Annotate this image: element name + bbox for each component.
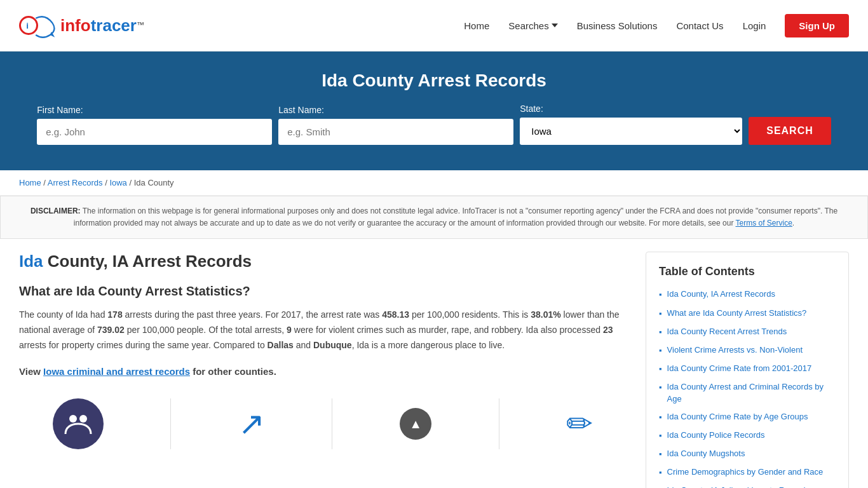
toc-list-item: Ida County, IA Jail and Inmate Records [659, 485, 836, 488]
breadcrumb-ida-county: Ida County [134, 178, 174, 187]
logo-info: info [60, 16, 91, 35]
toc-link[interactable]: Crime Demographics by Gender and Race [667, 466, 824, 478]
nav-login[interactable]: Login [743, 20, 766, 31]
section1-paragraph1: The county of Ida had 178 arrests during… [19, 308, 627, 353]
toc-list-item: Ida County Mugshots [659, 448, 836, 460]
toc-list: Ida County, IA Arrest RecordsWhat are Id… [659, 288, 836, 488]
hero-title: Ida County Arrest Records [19, 71, 849, 91]
people-icon [53, 398, 104, 449]
content-area: Ida County, IA Arrest Records What are I… [19, 252, 646, 488]
header: i infotracer™ Home Searches Business Sol… [0, 0, 868, 51]
toc-link[interactable]: Ida County, IA Arrest Records [667, 288, 775, 300]
icons-row: ↗ ▲ ✏ [19, 392, 627, 449]
icon-arrow-up: ↗ [238, 405, 265, 442]
icon-edit: ✏ [566, 405, 593, 442]
breadcrumb-iowa[interactable]: Iowa [109, 178, 126, 187]
toc-list-item: Ida County Crime Rate by Age Groups [659, 411, 836, 423]
edit-icon: ✏ [566, 405, 593, 442]
iowa-criminal-records-link[interactable]: Iowa criminal and arrest records [43, 366, 190, 377]
nav-home[interactable]: Home [464, 20, 489, 31]
logo-tm: ™ [137, 20, 144, 29]
state-group: State: AlabamaAlaskaArizonaArkansasCalif… [520, 104, 742, 145]
breadcrumb-arrest-records[interactable]: Arrest Records [48, 178, 103, 187]
section1-title: What are Ida County Arrest Statistics? [19, 284, 627, 299]
first-name-input[interactable] [37, 119, 272, 145]
last-name-group: Last Name: [278, 105, 513, 145]
heading-highlight: Ida [19, 252, 43, 271]
toc-link[interactable]: Ida County Recent Arrest Trends [667, 326, 787, 337]
divider2 [332, 398, 332, 449]
svg-text:i: i [26, 21, 29, 30]
toc-link[interactable]: Ida County Arrest and Criminal Records b… [667, 381, 836, 404]
toc-link[interactable]: What are Ida County Arrest Statistics? [667, 308, 807, 319]
breadcrumb: Home / Arrest Records / Iowa / Ida Count… [0, 170, 868, 196]
divider1 [170, 398, 171, 449]
toc-link[interactable]: Ida County Crime Rate from 2001-2017 [667, 363, 812, 374]
chevron-down-icon [552, 24, 558, 27]
toc-list-item: Crime Demographics by Gender and Race [659, 466, 836, 478]
toc-list-item: Ida County Crime Rate from 2001-2017 [659, 363, 836, 375]
toc-list-item: Ida County Police Records [659, 430, 836, 442]
main-container: Ida County, IA Arrest Records What are I… [0, 239, 868, 488]
logo: i infotracer™ [19, 6, 144, 44]
disclaimer-label: DISCLAIMER: [31, 207, 81, 215]
state-label: State: [520, 104, 543, 114]
icon-scroll-top[interactable]: ▲ [400, 408, 431, 440]
heading-rest: County, IA Arrest Records [43, 252, 252, 271]
toc-list-item: What are Ida County Arrest Statistics? [659, 308, 836, 320]
toc-list-item: Ida County Arrest and Criminal Records b… [659, 381, 836, 404]
scroll-top-button[interactable]: ▲ [400, 408, 431, 440]
toc-link[interactable]: Violent Crime Arrests vs. Non-Violent [667, 344, 803, 356]
toc-link[interactable]: Ida County Crime Rate by Age Groups [667, 411, 808, 423]
divider3 [499, 398, 499, 449]
toc-link[interactable]: Ida County Mugshots [667, 448, 745, 459]
logo-text-area: infotracer™ [60, 16, 144, 36]
disclaimer-tos-link[interactable]: Terms of Service [736, 219, 792, 227]
disclaimer-section: DISCLAIMER: The information on this webp… [0, 196, 868, 239]
state-select[interactable]: AlabamaAlaskaArizonaArkansasCaliforniaCo… [520, 118, 742, 145]
main-nav: Home Searches Business Solutions Contact… [464, 14, 849, 37]
hero-section: Ida County Arrest Records First Name: La… [0, 51, 868, 170]
logo-tracer: tracer [91, 16, 137, 35]
signup-button[interactable]: Sign Up [785, 14, 849, 37]
view-iowa-link-paragraph: View Iowa criminal and arrest records fo… [19, 363, 627, 380]
icon-people [53, 398, 104, 449]
first-name-group: First Name: [37, 105, 272, 145]
toc-list-item: Ida County Recent Arrest Trends [659, 326, 836, 338]
first-name-label: First Name: [37, 105, 83, 115]
nav-contact-us[interactable]: Contact Us [676, 20, 723, 31]
toc-title: Table of Contents [659, 265, 836, 278]
sidebar: Table of Contents Ida County, IA Arrest … [646, 252, 849, 488]
logo-icon: i [19, 6, 57, 44]
nav-business-solutions[interactable]: Business Solutions [577, 20, 658, 31]
search-form: First Name: Last Name: State: AlabamaAla… [19, 104, 849, 145]
last-name-label: Last Name: [278, 105, 324, 115]
toc-list-item: Violent Crime Arrests vs. Non-Violent [659, 344, 836, 356]
nav-searches[interactable]: Searches [508, 20, 557, 31]
last-name-input[interactable] [278, 119, 513, 145]
svg-point-3 [69, 415, 77, 423]
page-heading: Ida County, IA Arrest Records [19, 252, 627, 271]
disclaimer-text: The information on this webpage is for g… [74, 207, 837, 227]
toc-link[interactable]: Ida County, IA Jail and Inmate Records [667, 485, 810, 488]
arrow-up-icon: ↗ [238, 405, 265, 442]
toc-list-item: Ida County, IA Arrest Records [659, 288, 836, 301]
toc-link[interactable]: Ida County Police Records [667, 430, 765, 441]
search-button[interactable]: SEARCH [749, 117, 831, 145]
breadcrumb-home[interactable]: Home [19, 178, 41, 187]
svg-point-4 [79, 415, 87, 423]
